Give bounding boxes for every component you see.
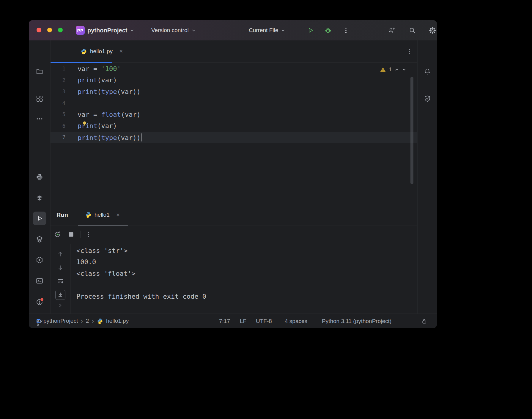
notifications-bell-icon[interactable] — [424, 68, 431, 75]
toolbar-divider — [81, 231, 81, 238]
more-actions-button[interactable] — [342, 26, 350, 34]
debug-button[interactable] — [324, 26, 332, 34]
code-text: print(type(var)) — [78, 88, 141, 95]
code-text: var = float(var) — [78, 111, 141, 118]
chevron-down-icon — [191, 28, 196, 33]
zoom-window-button[interactable] — [58, 28, 63, 32]
run-tab-label: hello1 — [95, 212, 110, 218]
stop-button[interactable] — [67, 231, 75, 238]
gear-icon[interactable] — [429, 26, 436, 34]
intention-bulb-icon[interactable] — [81, 120, 88, 127]
run-options-kebab-icon[interactable] — [84, 231, 92, 238]
add-user-button[interactable] — [388, 26, 396, 34]
console-line — [76, 279, 409, 291]
line-number: 2 — [51, 77, 65, 83]
caret-position-widget[interactable]: 7:17 — [219, 318, 230, 325]
breadcrumb-separator: › — [81, 318, 83, 325]
terminal-icon[interactable] — [36, 277, 43, 285]
run-toolbar — [51, 225, 417, 244]
code-line-3[interactable]: 3print(type(var)) — [51, 86, 417, 97]
python-file-icon — [97, 318, 103, 324]
editor-scrollbar[interactable] — [410, 77, 413, 184]
run-button[interactable] — [306, 26, 314, 34]
project-badge: PP — [76, 26, 85, 35]
lock-icon[interactable] — [421, 318, 428, 325]
shield-icon[interactable] — [424, 95, 431, 103]
line-number: 4 — [51, 100, 65, 106]
close-window-button[interactable] — [37, 28, 41, 32]
console-line: 100.0 — [76, 256, 409, 268]
python-file-icon — [81, 48, 87, 55]
chevron-up-icon[interactable] — [394, 67, 399, 72]
code-lines: 1var = '100'2print(var)3print(type(var))… — [51, 63, 417, 143]
editor-tab-hello1py[interactable]: hello1.py ✕ — [81, 40, 123, 62]
folder-icon[interactable] — [36, 68, 43, 75]
indent-widget[interactable]: 4 spaces — [285, 318, 307, 325]
project-widget[interactable]: PP pythonProject — [76, 20, 134, 40]
code-line-7[interactable]: 7print(type(var)) — [51, 132, 417, 143]
search-icon[interactable] — [408, 26, 416, 34]
warning-icon — [380, 67, 386, 73]
console-gutter — [51, 244, 71, 314]
editor-tab-bar: hello1.py ✕ — [51, 40, 417, 63]
breadcrumb-project[interactable]: pythonProject — [43, 318, 78, 324]
notification-dot — [40, 297, 44, 302]
problems-icon[interactable] — [36, 298, 43, 306]
code-text: print(type(var)) — [78, 133, 141, 141]
run-panel-header: Run hello1 ✕ — [51, 204, 417, 226]
right-tool-window-bar — [417, 40, 437, 314]
minimize-window-button[interactable] — [47, 28, 52, 32]
layers-icon[interactable] — [36, 235, 43, 243]
vcs-widget[interactable]: Version control — [151, 20, 196, 40]
console-line: <class 'float'> — [76, 268, 409, 279]
python-file-icon — [85, 212, 92, 218]
code-editor[interactable]: 1var = '100'2print(var)3print(type(var))… — [51, 62, 417, 204]
inspection-widget[interactable]: 1 — [380, 65, 407, 74]
line-number: 5 — [51, 111, 65, 117]
status-bar: pythonProject › 2 › hello1.py 7:17 LF UT… — [29, 314, 437, 328]
line-number: 1 — [51, 66, 65, 72]
code-line-4[interactable]: 4 — [51, 97, 417, 109]
run-tool-button[interactable] — [33, 212, 46, 225]
chevron-down-icon[interactable] — [402, 67, 407, 72]
breadcrumb-file[interactable]: hello1.py — [106, 318, 129, 324]
breadcrumb-folder[interactable]: 2 — [86, 318, 89, 324]
code-line-2[interactable]: 2print(var) — [51, 75, 417, 86]
module-icon — [37, 319, 40, 323]
warning-count: 1 — [389, 67, 392, 73]
scroll-to-end-button[interactable] — [55, 290, 65, 300]
structure-icon[interactable] — [36, 95, 43, 103]
python-packages-icon[interactable] — [36, 173, 43, 181]
debug-tool-icon[interactable] — [36, 194, 43, 201]
rerun-button[interactable] — [53, 231, 61, 238]
interpreter-widget[interactable]: Python 3.11 (pythonProject) — [322, 318, 391, 325]
chevron-right-icon[interactable] — [56, 302, 64, 309]
console-line: Process finished with exit code 0 — [76, 291, 409, 302]
services-icon[interactable] — [36, 256, 43, 264]
code-text: print(var) — [78, 76, 117, 84]
breadcrumb: pythonProject › 2 › hello1.py — [37, 314, 129, 328]
run-console-output[interactable]: <class 'str'>100.0<class 'float'> Proces… — [76, 245, 409, 302]
title-bar: PP pythonProject Version control Current… — [29, 20, 437, 40]
chevron-down-icon — [281, 28, 285, 33]
code-line-1[interactable]: 1var = '100' — [51, 63, 417, 75]
arrow-up-button[interactable] — [56, 250, 64, 258]
run-tab-hello1[interactable]: hello1 ✕ — [78, 204, 127, 226]
line-number: 6 — [51, 123, 65, 129]
tab-options-kebab-icon[interactable] — [405, 48, 413, 55]
close-icon[interactable]: ✕ — [119, 49, 123, 54]
run-panel-title: Run — [56, 204, 68, 226]
console-lines: <class 'str'>100.0<class 'float'> Proces… — [76, 245, 409, 302]
code-text: var = '100' — [78, 65, 121, 73]
soft-wrap-button[interactable] — [56, 277, 64, 285]
more-tool-windows-icon[interactable] — [36, 115, 43, 123]
chevron-down-icon — [130, 28, 134, 33]
line-separator-widget[interactable]: LF — [240, 318, 246, 325]
run-configuration-widget[interactable]: Current File — [249, 20, 285, 40]
code-line-6[interactable]: 6print(var) — [51, 120, 417, 132]
code-line-5[interactable]: 5var = float(var) — [51, 109, 417, 120]
encoding-widget[interactable]: UTF-8 — [256, 318, 272, 325]
close-icon[interactable]: ✕ — [116, 212, 120, 218]
console-line: <class 'str'> — [76, 245, 409, 256]
arrow-down-button[interactable] — [56, 264, 64, 272]
